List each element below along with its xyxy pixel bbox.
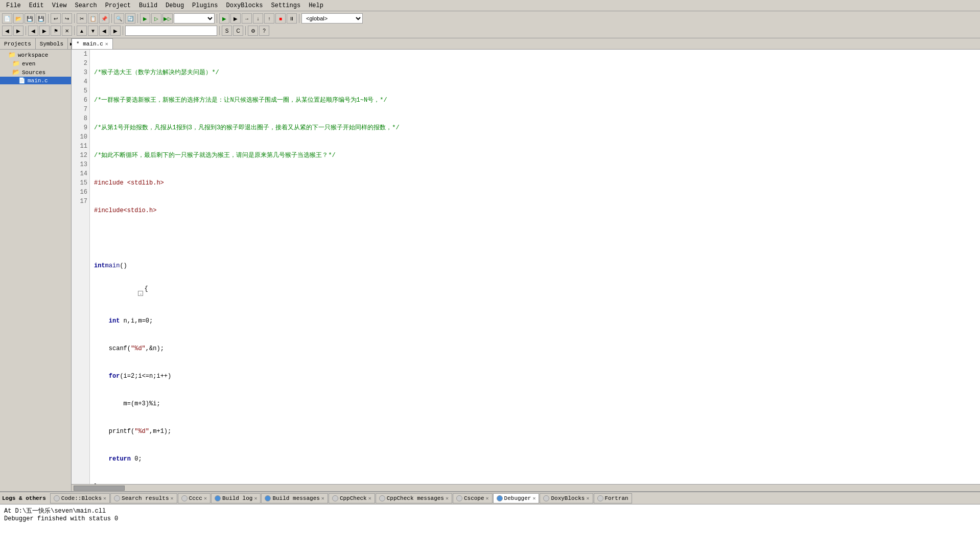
jump-down[interactable]: ▼: [88, 26, 98, 36]
editor-area: * main.c ✕ 12345 678910 1112131415 1617 …: [72, 38, 980, 491]
save-all-btn[interactable]: 💾: [36, 13, 46, 24]
debug-stop-btn[interactable]: ■: [275, 13, 286, 24]
jump-right[interactable]: ▶: [110, 26, 121, 36]
bottom-tab-buildlog[interactable]: Build log ✕: [211, 493, 261, 503]
code-line-8: int main(): [94, 261, 976, 270]
bottom-tab-cppcheckmsg[interactable]: CppCheck messages ✕: [376, 493, 452, 503]
menu-build[interactable]: Build: [135, 1, 161, 10]
tab-close-buildmsg[interactable]: ✕: [321, 495, 324, 501]
redo-btn[interactable]: ↪: [62, 13, 72, 24]
tab-close-cppcheck[interactable]: ✕: [368, 495, 371, 501]
doxyblocks-tab-icon: [543, 495, 549, 501]
fwd-btn[interactable]: ▶: [13, 26, 24, 36]
copy-btn[interactable]: 📋: [88, 13, 98, 24]
menu-plugins[interactable]: Plugins: [188, 1, 222, 10]
toolbar-row2: ◀ ▶ ◀ ▶ ⚑ ✕ ▲ ▼ ◀ ▶ S C ⚙ ?: [0, 25, 980, 37]
global-dropdown[interactable]: <global>: [301, 13, 363, 24]
code-line-11: scanf("%d",&n);: [94, 344, 976, 353]
bottom-tab-doxyblocks[interactable]: DoxyBlocks ✕: [540, 493, 593, 503]
bottom-tab-cscope[interactable]: Cscope ✕: [453, 493, 493, 503]
bottom-tab-cccc[interactable]: Cccc ✕: [178, 493, 211, 503]
code-line-13: m=(m+3)%i;: [94, 399, 976, 408]
bottom-tab-buildmsg[interactable]: Build messages ✕: [261, 493, 328, 503]
buildlog-tab-icon: [215, 495, 221, 501]
zoom-in[interactable]: S: [222, 26, 232, 36]
open-btn[interactable]: 📂: [13, 13, 24, 24]
tab-close-cscope[interactable]: ✕: [486, 495, 489, 501]
search-input[interactable]: [125, 26, 217, 36]
tab-close-cppcheckmsg[interactable]: ✕: [446, 495, 449, 501]
undo-btn[interactable]: ↩: [51, 13, 61, 24]
h-scrollbar[interactable]: [72, 484, 980, 491]
cut-btn[interactable]: ✂: [77, 13, 87, 24]
jump-left[interactable]: ◀: [99, 26, 109, 36]
bottom-tab-fortran[interactable]: Fortran: [594, 493, 632, 503]
bookmark-clear[interactable]: ✕: [62, 26, 72, 36]
cppcheckmsg-tab-icon: [379, 495, 385, 501]
debug-next-btn[interactable]: →: [242, 13, 252, 24]
debugger-tab-icon: [497, 495, 503, 501]
code-line-15: return 0;: [94, 454, 976, 464]
bottom-tab-cppcheck[interactable]: CppCheck ✕: [329, 493, 375, 503]
sep2: [74, 14, 75, 23]
debug-step-out-btn[interactable]: ↑: [264, 13, 274, 24]
run-btn[interactable]: ▷: [151, 13, 161, 24]
debug-cont-btn[interactable]: ▶: [230, 13, 241, 24]
menu-file[interactable]: File: [2, 1, 25, 10]
menu-view[interactable]: View: [48, 1, 71, 10]
sep1: [48, 14, 49, 23]
replace-btn[interactable]: 🔄: [125, 13, 135, 24]
new-btn[interactable]: 📄: [2, 13, 12, 24]
sidebar-item-even[interactable]: 📁 even: [0, 59, 71, 68]
bottom-panel-label: Logs & others: [2, 495, 46, 501]
bookmark-toggle[interactable]: ⚑: [51, 26, 61, 36]
tab-close-codeblocks[interactable]: ✕: [103, 495, 106, 501]
paste-btn[interactable]: 📌: [99, 13, 109, 24]
debug-pause-btn[interactable]: ⏸: [287, 13, 297, 24]
tab-close-cccc[interactable]: ✕: [204, 495, 207, 501]
tab-close-search[interactable]: ✕: [171, 495, 174, 501]
sidebar-item-workspace[interactable]: 📁 workspace: [0, 51, 71, 59]
menu-doxyblocks[interactable]: DoxyBlocks: [222, 1, 267, 10]
build-run-btn[interactable]: ▶▷: [162, 13, 173, 24]
bottom-tab-search[interactable]: Search results ✕: [110, 493, 177, 503]
save-btn[interactable]: 💾: [25, 13, 35, 24]
help-btn[interactable]: ?: [259, 26, 269, 36]
settings-btn[interactable]: ⚙: [248, 26, 258, 36]
menu-project[interactable]: Project: [101, 1, 135, 10]
code-content[interactable]: /*猴子选大王（数学方法解决约瑟夫问题）*/ /*一群猴子要选新猴王，新猴王的选…: [90, 50, 980, 484]
menu-help[interactable]: Help: [305, 1, 328, 10]
fold-marker-9[interactable]: -: [138, 291, 143, 296]
find-btn[interactable]: 🔍: [114, 13, 124, 24]
sidebar-tab-symbols[interactable]: Symbols: [36, 38, 68, 49]
sidebar-tab-projects[interactable]: Projects: [0, 38, 36, 49]
zoom-out[interactable]: C: [233, 26, 243, 36]
menu-debug[interactable]: Debug: [161, 1, 188, 10]
tab-close-mainc[interactable]: ✕: [105, 41, 108, 47]
back-btn[interactable]: ◀: [2, 26, 12, 36]
tab-close-debugger[interactable]: ✕: [532, 495, 535, 501]
tab-close-doxyblocks[interactable]: ✕: [586, 495, 589, 501]
menu-settings[interactable]: Settings: [267, 1, 305, 10]
bottom-line-1: At D:\五一快乐\seven\main.cll: [4, 507, 976, 515]
jump-up[interactable]: ▲: [77, 26, 87, 36]
menu-edit[interactable]: Edit: [25, 1, 48, 10]
sidebar-item-mainc[interactable]: 📄 main.c: [0, 77, 71, 84]
editor-tab-mainc[interactable]: * main.c ✕: [72, 38, 113, 49]
bottom-tab-debugger[interactable]: Debugger ✕: [493, 493, 540, 503]
line-numbers: 12345 678910 1112131415 1617: [72, 50, 90, 484]
bookmark-next[interactable]: ▶: [39, 26, 50, 36]
tab-close-buildlog[interactable]: ✕: [254, 495, 257, 501]
cscope-tab-icon: [456, 495, 462, 501]
sidebar-item-sources[interactable]: 📂 Sources: [0, 68, 71, 77]
bookmark-prev[interactable]: ◀: [28, 26, 38, 36]
h-scrollbar-thumb[interactable]: [74, 486, 125, 491]
bottom-tab-codeblocks[interactable]: Code::Blocks ✕: [50, 493, 110, 503]
menu-search[interactable]: Search: [71, 1, 101, 10]
mainc-file-icon: 📄: [18, 77, 26, 84]
build-btn[interactable]: ▶: [140, 13, 150, 24]
debug-step-btn[interactable]: ↓: [253, 13, 263, 24]
build-config-dropdown[interactable]: Debug: [174, 13, 215, 24]
code-line-7: [94, 234, 976, 243]
debug-start-btn[interactable]: ▶: [219, 13, 229, 24]
